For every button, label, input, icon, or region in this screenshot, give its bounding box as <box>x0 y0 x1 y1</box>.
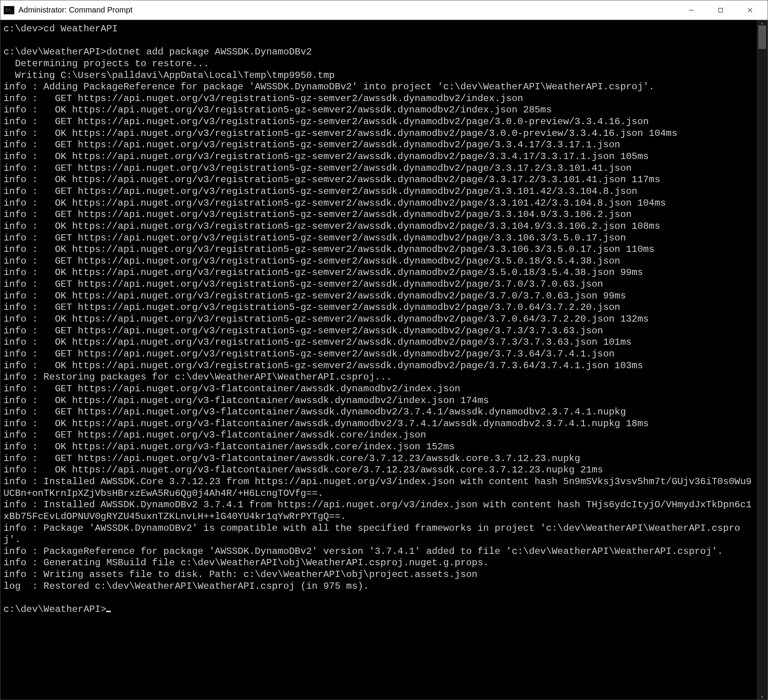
close-icon <box>747 7 753 13</box>
svg-rect-1 <box>719 8 723 12</box>
terminal-output[interactable]: c:\dev>cd WeatherAPI c:\dev\WeatherAPI>d… <box>0 20 757 700</box>
cursor <box>106 611 111 612</box>
minimize-button[interactable] <box>676 0 706 20</box>
scroll-down-arrow[interactable]: ▼ <box>757 694 768 700</box>
scrollbar[interactable]: ▲ ▼ <box>757 20 768 700</box>
scroll-up-arrow[interactable]: ▲ <box>757 20 768 25</box>
terminal-area: c:\dev>cd WeatherAPI c:\dev\WeatherAPI>d… <box>0 20 768 700</box>
cmd-icon <box>4 6 14 14</box>
titlebar[interactable]: Administrator: Command Prompt <box>0 0 768 20</box>
window-controls <box>676 0 764 20</box>
window-title: Administrator: Command Prompt <box>18 5 676 14</box>
maximize-button[interactable] <box>706 0 735 20</box>
command-prompt-window: Administrator: Command Prompt c:\dev>cd … <box>0 0 768 700</box>
minimize-icon <box>688 7 694 13</box>
scroll-thumb[interactable] <box>758 25 766 49</box>
maximize-icon <box>717 7 724 13</box>
close-button[interactable] <box>735 0 764 20</box>
